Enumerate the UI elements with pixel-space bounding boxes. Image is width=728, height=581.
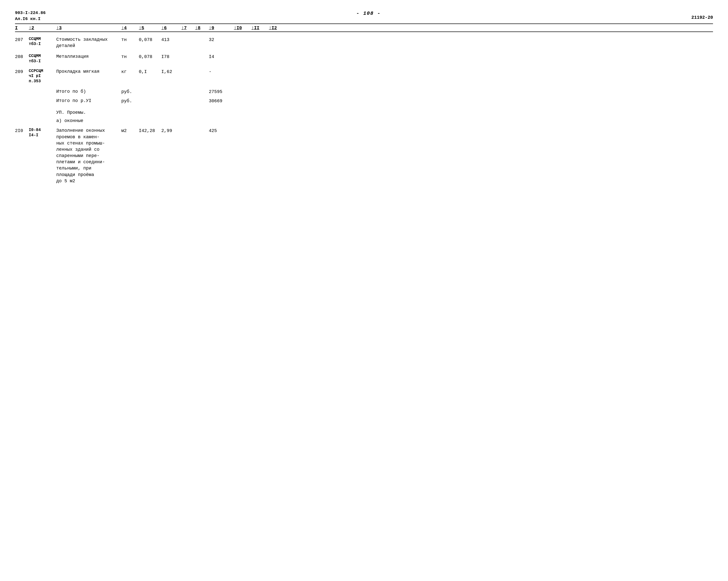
- table-row: 2I0 I0-84 I4-I Заполнение оконныхпроемов…: [15, 128, 713, 184]
- total-r6-label: Итого по р.УI: [56, 98, 121, 104]
- page-number: - 108 -: [46, 10, 691, 16]
- row-208-col6: I78: [161, 53, 181, 60]
- col-header-8: :8: [195, 26, 209, 30]
- row-209-col5: 0,I: [139, 69, 161, 75]
- table-row: 208 ССЦММ тбЗ-I Металлизация тн 0,078 I7…: [15, 53, 713, 64]
- row-209-num: 209: [15, 69, 29, 75]
- row-209-col6: I,62: [161, 69, 181, 75]
- row-210-code: I0-84 I4-I: [29, 128, 56, 138]
- total-r6-unit: руб.: [121, 98, 139, 105]
- col-header-12: :I2: [269, 26, 286, 30]
- row-207-unit: тн: [121, 36, 139, 43]
- row-209-unit: кг: [121, 69, 139, 75]
- col-header-10: :I0: [234, 26, 251, 30]
- table-row: 209 ССРСЦМ чI рI п.353 Прокладка мягкая …: [15, 69, 713, 84]
- table-body: 207 ССЦММ тбЗ-I Стоимость закладныхдетал…: [15, 36, 713, 184]
- doc-ref-line1: 903-I-224.86: [15, 10, 46, 16]
- col-header-7: :7: [181, 26, 195, 30]
- total-row-r6: Итого по р.УI руб. 30669: [15, 98, 713, 105]
- total-b-col9: 27595: [209, 88, 234, 95]
- total-row-b: Итого по б) руб. 27595: [15, 88, 713, 95]
- section-header-text: УП. Проемы.: [56, 109, 121, 116]
- row-210-unit: м2: [121, 128, 139, 134]
- col-header-1: I: [15, 26, 29, 30]
- col-header-5: :5: [139, 26, 161, 30]
- row-210-col6: 2,99: [161, 128, 181, 134]
- col-header-11: :II: [251, 26, 269, 30]
- row-208-col9: I4: [209, 53, 234, 60]
- col-header-2: :2: [29, 26, 56, 30]
- row-210-desc: Заполнение оконныхпроемов в камен-ных ст…: [56, 128, 121, 184]
- col-header-4: :4: [121, 26, 139, 30]
- subsection-header-row: а) оконные: [15, 118, 713, 124]
- doc-number: 21192-20: [692, 10, 713, 20]
- row-207-col6: 413: [161, 36, 181, 43]
- column-headers: I :2 :3 :4 :5 :6 :7 :8 :9 :I0 :II :I2: [15, 24, 713, 32]
- row-210-col9: 425: [209, 128, 234, 134]
- total-b-unit: руб.: [121, 88, 139, 95]
- subsection-header-text: а) оконные: [56, 118, 121, 124]
- row-207-num: 207: [15, 36, 29, 43]
- row-208-code: ССЦММ тбЗ-I: [29, 53, 56, 64]
- row-209-desc: Прокладка мягкая: [56, 69, 121, 75]
- row-207-col5: 0,078: [139, 36, 161, 43]
- doc-reference: 903-I-224.86 Ал.I6 кн.I: [15, 10, 46, 22]
- row-207-col9: 32: [209, 36, 234, 43]
- row-207-desc: Стоимость закладныхдеталей: [56, 36, 121, 49]
- row-209-col9: -: [209, 69, 234, 75]
- total-b-label: Итого по б): [56, 88, 121, 95]
- row-210-num: 2I0: [15, 128, 29, 134]
- col-header-3: :3: [56, 26, 121, 30]
- row-208-num: 208: [15, 53, 29, 60]
- table-row: 207 ССЦММ тбЗ-I Стоимость закладныхдетал…: [15, 36, 713, 49]
- row-208-desc: Металлизация: [56, 53, 121, 60]
- row-207-code: ССЦММ тбЗ-I: [29, 36, 56, 47]
- col-header-6: :6: [161, 26, 181, 30]
- row-208-col5: 0,078: [139, 53, 161, 60]
- col-header-9: :9: [209, 26, 234, 30]
- row-209-code: ССРСЦМ чI рI п.353: [29, 69, 56, 84]
- page-header: 903-I-224.86 Ал.I6 кн.I - 108 - 21192-20: [15, 10, 713, 22]
- total-r6-col9: 30669: [209, 98, 234, 105]
- row-210-col5: I42,28: [139, 128, 161, 134]
- doc-ref-line2: Ал.I6 кн.I: [15, 16, 46, 22]
- row-208-unit: тн: [121, 53, 139, 60]
- section-header-row: УП. Проемы.: [15, 109, 713, 116]
